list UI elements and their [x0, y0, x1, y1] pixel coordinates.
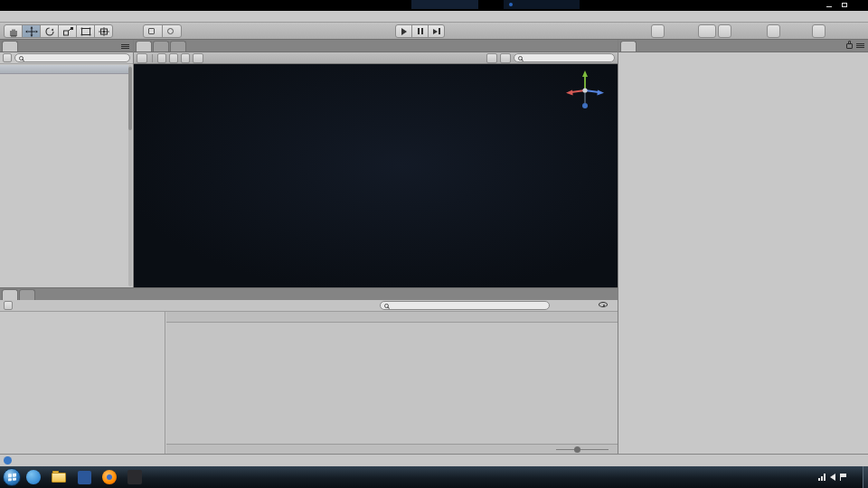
project-panel — [0, 287, 618, 454]
hierarchy-tabstrip — [0, 40, 133, 52]
scale-tool-button[interactable] — [58, 24, 77, 38]
scene-header-row[interactable] — [0, 65, 128, 74]
taskbar-browser-button[interactable] — [21, 467, 46, 487]
scene-3d-render — [134, 64, 618, 287]
tab-scene[interactable] — [136, 41, 152, 52]
grid-settings-button[interactable] — [486, 53, 497, 63]
statusbar[interactable] — [0, 454, 868, 466]
scene-effects-dropdown[interactable] — [193, 53, 203, 63]
tab-asset-store[interactable] — [170, 41, 186, 52]
project-search-input[interactable] — [392, 302, 542, 310]
hierarchy-scrollbar[interactable] — [128, 65, 132, 286]
axis-z-handle[interactable] — [582, 103, 588, 108]
taskbar-firefox-button[interactable] — [97, 467, 122, 487]
layers-button[interactable] — [767, 24, 780, 38]
hierarchy-panel — [0, 40, 134, 287]
taskbar-unity-button[interactable] — [122, 467, 147, 487]
rect-tool-icon — [80, 26, 92, 37]
scene-search — [514, 53, 615, 62]
shading-mode-dropdown[interactable] — [137, 53, 147, 63]
inspector-body — [618, 52, 868, 454]
panel-menu-icon[interactable] — [121, 43, 129, 50]
hierarchy-tree — [0, 65, 128, 287]
playmode-controls — [395, 24, 445, 38]
start-button[interactable] — [3, 468, 21, 486]
tab-hierarchy[interactable] — [2, 41, 18, 52]
toggle-2d-button[interactable] — [157, 53, 166, 63]
slider-knob[interactable] — [574, 446, 580, 453]
hidden-packages-eye-icon[interactable] — [599, 302, 608, 307]
pivot-mode-button[interactable] — [143, 24, 163, 38]
show-desktop-button[interactable] — [863, 466, 868, 488]
scene-toolbar-right — [486, 53, 615, 63]
search-filter-row — [166, 312, 618, 323]
axis-z-cone[interactable] — [597, 90, 604, 96]
thumbnail-zoom-slider[interactable] — [556, 449, 609, 450]
info-icon — [4, 456, 12, 465]
window-controls — [823, 1, 865, 9]
tab-project[interactable] — [2, 289, 18, 300]
scene-orientation-gizmo[interactable] — [560, 66, 610, 115]
scene-view-toolbar — [134, 52, 618, 64]
move-tool-icon — [25, 26, 38, 37]
handle-space-button[interactable] — [162, 24, 182, 38]
inspector-panel — [618, 40, 868, 454]
separator — [152, 54, 153, 62]
minimize-button[interactable] — [823, 1, 835, 9]
rotate-tool-icon — [43, 26, 56, 37]
axis-y-handle[interactable] — [582, 70, 588, 77]
tab-console[interactable] — [19, 289, 35, 300]
tab-game[interactable] — [153, 41, 169, 52]
transform-tool-button[interactable] — [94, 24, 113, 38]
add-asset-button[interactable] — [4, 301, 13, 310]
rect-tool-button[interactable] — [76, 24, 95, 38]
hierarchy-toolbar — [0, 52, 133, 64]
hierarchy-search-input[interactable] — [26, 54, 126, 62]
pause-button[interactable] — [411, 24, 429, 38]
play-button[interactable] — [395, 24, 412, 38]
project-toolbar — [0, 300, 618, 312]
scene-viewport[interactable] — [134, 64, 618, 287]
system-tray — [814, 466, 868, 488]
tab-inspector[interactable] — [620, 41, 637, 52]
hierarchy-search — [14, 53, 130, 62]
collab-button[interactable] — [651, 24, 665, 38]
gizmos-dropdown[interactable] — [500, 53, 511, 63]
inspector-tabstrip — [618, 40, 868, 52]
maximize-button[interactable] — [838, 1, 850, 9]
panel-menu-icon[interactable] — [856, 42, 864, 49]
services-button[interactable] — [698, 24, 716, 38]
search-icon — [518, 56, 523, 61]
project-toolbar-icons — [594, 302, 612, 307]
scale-tool-icon — [61, 26, 74, 37]
project-folder-tree — [0, 312, 165, 455]
titlebar — [0, 0, 868, 11]
volume-icon[interactable] — [830, 474, 835, 481]
action-center-icon[interactable] — [840, 474, 846, 481]
hand-tool-button[interactable] — [4, 24, 23, 38]
scene-tabstrip — [134, 40, 618, 52]
scene-lighting-toggle[interactable] — [169, 53, 178, 63]
move-tool-button[interactable] — [22, 24, 41, 38]
axis-x-handle[interactable] — [566, 90, 573, 96]
add-gameobject-button[interactable] — [3, 53, 12, 62]
project-tabstrip — [0, 288, 618, 301]
layout-button[interactable] — [812, 24, 826, 38]
step-button[interactable] — [428, 24, 445, 38]
unity-icon — [127, 470, 142, 484]
background-window-artifact — [411, 0, 478, 9]
taskbar-word-button[interactable] — [71, 467, 97, 487]
unity-editor-window — [0, 0, 868, 488]
scene-audio-toggle[interactable] — [181, 53, 190, 63]
gizmo-center[interactable] — [582, 88, 587, 92]
lock-icon[interactable] — [846, 43, 853, 49]
close-button[interactable] — [854, 1, 865, 9]
scene-search-input[interactable] — [525, 54, 610, 62]
network-icon[interactable] — [818, 474, 826, 481]
play-icon — [401, 28, 407, 35]
taskbar-explorer-button[interactable] — [46, 467, 71, 487]
account-button[interactable] — [718, 24, 731, 38]
rotate-tool-button[interactable] — [40, 24, 59, 38]
search-icon — [19, 56, 24, 61]
transform-tool-icon — [98, 26, 110, 37]
